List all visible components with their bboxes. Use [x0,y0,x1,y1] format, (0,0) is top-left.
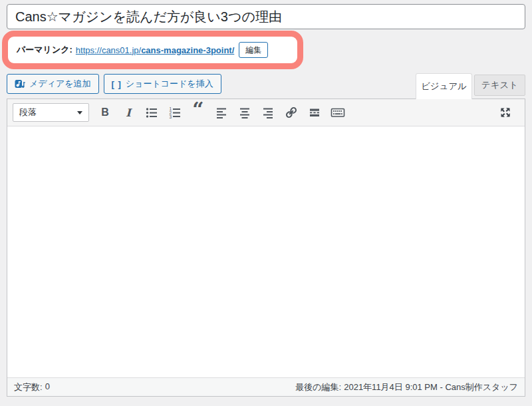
word-count-value: 0 [45,381,50,393]
bulleted-list-button[interactable] [142,104,162,121]
last-edited-label: 最後の編集: [295,381,341,393]
align-right-icon [261,106,275,119]
editor-container: 段落 B I 1 2 3 “ [7,99,525,397]
permalink-highlight-annotation: パーマリンク: https://cans01.jp/cans-magazine-… [2,31,303,69]
add-media-button[interactable]: メディアを追加 [7,74,99,94]
media-icon [15,79,25,89]
editor-content-area[interactable] [7,126,525,377]
permalink-edit-button[interactable]: 編集 [239,42,268,58]
bold-icon: B [101,106,109,118]
insert-shortcode-label: ショートコードを挿入 [126,78,213,90]
svg-text:3: 3 [170,114,172,119]
insert-more-tag-button[interactable] [305,104,325,121]
add-media-label: メディアを追加 [29,78,91,90]
last-edited-value: 2021年11月4日 9:01 PM - Cans制作スタッフ [344,381,518,393]
shortcode-brackets-icon: [ ] [112,79,122,89]
italic-icon: I [126,106,130,119]
insert-link-icon [285,106,298,119]
keyboard-icon [331,106,345,119]
align-left-icon [215,106,228,119]
insert-more-tag-icon [308,106,321,119]
fullscreen-icon [499,106,512,119]
bulleted-list-icon [145,106,158,119]
word-count: 文字数: 0 [14,381,50,393]
align-center-icon [238,106,251,119]
toolbar-toggle-button[interactable] [328,104,348,121]
post-title-input[interactable] [7,4,525,29]
permalink-url-base: https://cans01.jp/ [76,45,141,55]
blockquote-button[interactable]: “ [188,104,208,121]
format-select-value: 段落 [19,106,37,118]
caret-down-icon [77,111,82,114]
insert-shortcode-button[interactable]: [ ] ショートコードを挿入 [104,74,221,94]
align-left-button[interactable] [211,104,231,121]
word-count-label: 文字数: [14,381,43,393]
italic-button[interactable]: I [118,104,138,121]
align-center-button[interactable] [235,104,255,121]
tab-visual[interactable]: ビジュアル [416,73,472,99]
align-right-button[interactable] [258,104,278,121]
wordpress-post-editor: { "title_input": { "value": "Cans☆マガジンを読… [0,0,532,406]
media-buttons-row: メディアを追加 [ ] ショートコードを挿入 [7,74,221,94]
fullscreen-button[interactable] [495,104,515,121]
bold-button[interactable]: B [95,104,115,121]
permalink-label: パーマリンク: [17,44,72,56]
format-select[interactable]: 段落 [13,103,89,122]
permalink-url-slug: cans-magazine-3point/ [141,45,234,55]
permalink-link[interactable]: https://cans01.jp/cans-magazine-3point/ [76,45,234,55]
tab-text[interactable]: テキスト [474,75,525,96]
editor-status-bar: 文字数: 0 最後の編集: 2021年11月4日 9:01 PM - Cans制… [7,377,525,396]
blockquote-icon: “ [192,106,203,118]
insert-link-button[interactable] [281,104,301,121]
numbered-list-icon: 1 2 3 [168,106,182,119]
last-edited: 最後の編集: 2021年11月4日 9:01 PM - Cans制作スタッフ [295,381,518,393]
numbered-list-button[interactable]: 1 2 3 [165,104,185,121]
editor-toolbar: 段落 B I 1 2 3 “ [7,99,525,126]
